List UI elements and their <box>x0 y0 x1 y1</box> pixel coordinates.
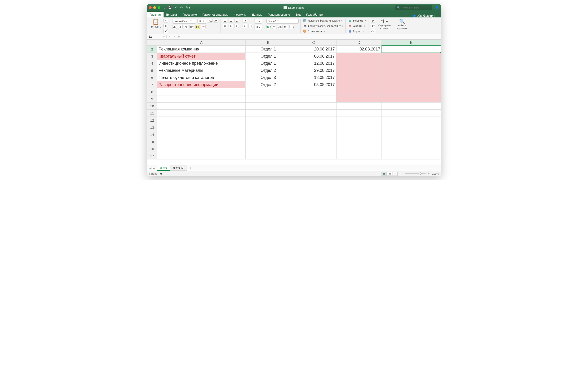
row-header[interactable]: 7 <box>147 81 157 88</box>
cell[interactable] <box>382 53 441 60</box>
cell[interactable] <box>291 145 336 152</box>
cell[interactable] <box>336 53 382 60</box>
cell[interactable] <box>246 88 291 95</box>
decrease-decimal-icon[interactable]: ←.0 <box>289 25 294 29</box>
cell[interactable] <box>291 124 336 131</box>
fx-icon[interactable]: fx <box>177 35 182 38</box>
save-icon[interactable]: 💾 <box>168 6 172 10</box>
cell[interactable] <box>336 145 382 152</box>
row-header[interactable]: 4 <box>147 60 157 67</box>
align-bottom-icon[interactable]: ☰ <box>234 19 239 23</box>
clear-icon[interactable]: ◇▾ <box>371 29 375 33</box>
format-cells-button[interactable]: ▦Формат ▼ <box>348 29 367 33</box>
user-icon[interactable]: 👤 <box>435 6 439 10</box>
cell[interactable] <box>246 145 291 152</box>
cell[interactable] <box>382 60 441 67</box>
cell[interactable] <box>336 152 382 159</box>
tab-developer[interactable]: Разработчик <box>304 12 326 17</box>
autosum-icon[interactable]: Σ▾ <box>371 19 375 23</box>
cell[interactable] <box>291 103 336 110</box>
cell[interactable] <box>291 117 336 124</box>
cell[interactable] <box>382 152 441 159</box>
col-header-C[interactable]: C <box>291 40 336 46</box>
tab-home[interactable]: Главная <box>147 12 163 17</box>
tab-review[interactable]: Рецензирование <box>265 12 293 17</box>
view-page-layout-icon[interactable]: ▤ <box>387 172 392 176</box>
decrease-font-icon[interactable]: A▾ <box>214 19 218 23</box>
cell[interactable] <box>382 67 441 74</box>
cell[interactable] <box>336 103 382 110</box>
macro-record-icon[interactable]: ⏺ <box>160 172 162 175</box>
increase-font-icon[interactable]: A▴ <box>208 19 213 23</box>
row-header[interactable]: 2 <box>147 46 157 53</box>
cell[interactable] <box>246 124 291 131</box>
minimize-window-button[interactable] <box>153 6 156 9</box>
zoom-slider[interactable] <box>405 173 426 174</box>
cell[interactable] <box>157 110 246 117</box>
name-box[interactable]: E2▼ <box>147 35 166 38</box>
sheet-nav-next-icon[interactable]: ▶ <box>153 167 155 170</box>
row-header[interactable]: 6 <box>147 74 157 81</box>
copy-icon[interactable]: ⧉ <box>163 24 168 28</box>
cell[interactable] <box>382 95 441 103</box>
spreadsheet-grid[interactable]: A B C D E 2Рекламная компанияОтдел 120.0… <box>147 40 441 165</box>
tab-page-layout[interactable]: Разметка страницы <box>200 12 231 17</box>
align-top-icon[interactable]: ☰ <box>223 19 227 23</box>
row-header[interactable]: 3 <box>147 53 157 60</box>
cell[interactable] <box>336 74 382 81</box>
col-header-E[interactable]: E <box>382 40 441 46</box>
tab-insert[interactable]: Вставка <box>163 12 180 17</box>
cell[interactable]: Отдел 1 <box>246 53 291 60</box>
cell[interactable] <box>382 124 441 131</box>
cell[interactable] <box>291 138 336 145</box>
row-header[interactable]: 5 <box>147 67 157 74</box>
cell[interactable] <box>336 81 382 88</box>
decrease-indent-icon[interactable]: ⇤ <box>242 24 247 28</box>
align-left-icon[interactable]: ≡ <box>223 24 227 28</box>
cell[interactable] <box>157 117 246 124</box>
orientation-icon[interactable]: ⤹▾ <box>242 19 247 23</box>
cell[interactable] <box>336 124 382 131</box>
share-button[interactable]: 👥 Общий доступ <box>412 14 435 17</box>
cell[interactable] <box>246 110 291 117</box>
fill-color-button[interactable]: ◧▾ <box>195 25 200 29</box>
row-header[interactable]: 17 <box>147 152 157 159</box>
zoom-thumb[interactable] <box>419 172 422 175</box>
maximize-window-button[interactable] <box>158 6 160 9</box>
cell[interactable] <box>157 145 246 152</box>
tab-formulas[interactable]: Формулы <box>231 12 249 17</box>
cell[interactable] <box>382 138 441 145</box>
customize-icon[interactable]: ✎▾ <box>186 6 190 10</box>
delete-cells-button[interactable]: ▦Удалить ▼ <box>348 24 367 28</box>
col-header-D[interactable]: D <box>336 40 382 46</box>
currency-icon[interactable]: 💲▾ <box>266 25 271 29</box>
paste-button[interactable]: 📋 Вставить <box>150 19 162 29</box>
number-format-combo[interactable]: Общий▼ <box>266 19 299 24</box>
increase-indent-icon[interactable]: ⇥ <box>248 24 253 28</box>
cell[interactable] <box>246 138 291 145</box>
cell[interactable] <box>157 131 246 138</box>
cell[interactable] <box>382 88 441 95</box>
cell[interactable] <box>382 81 441 88</box>
tab-draw[interactable]: Рисование <box>180 12 200 17</box>
cell[interactable] <box>336 131 382 138</box>
cell[interactable]: Инвестиционное предложение <box>157 60 246 67</box>
cell[interactable] <box>291 110 336 117</box>
cell[interactable] <box>336 110 382 117</box>
row-header[interactable]: 11 <box>147 110 157 117</box>
cell[interactable] <box>246 152 291 159</box>
cell[interactable] <box>336 60 382 67</box>
percent-icon[interactable]: % <box>272 25 277 29</box>
sort-filter-button[interactable]: ⇅⏷ Сортировка и фильтр <box>377 19 393 30</box>
find-select-button[interactable]: 🔍 Найти и выделить <box>395 19 409 30</box>
cell[interactable] <box>246 103 291 110</box>
align-middle-icon[interactable]: ☰ <box>229 19 233 23</box>
increase-decimal-icon[interactable]: .0→ <box>284 25 288 29</box>
cell[interactable] <box>246 131 291 138</box>
cell[interactable]: Отдел 3 <box>246 74 291 81</box>
cell[interactable]: Отдел 1 <box>246 60 291 67</box>
zoom-value[interactable]: 200% <box>432 172 439 175</box>
row-header[interactable]: 10 <box>147 103 157 110</box>
zoom-out-button[interactable]: − <box>400 172 401 175</box>
underline-button[interactable]: Ч <box>184 25 188 29</box>
